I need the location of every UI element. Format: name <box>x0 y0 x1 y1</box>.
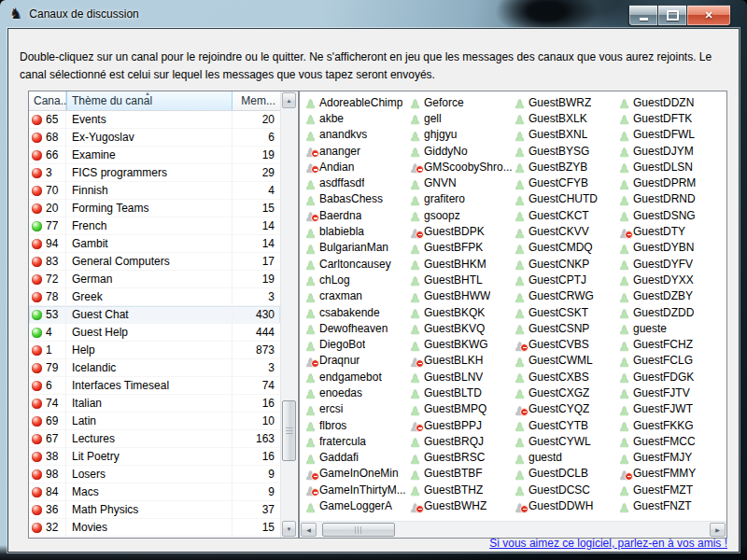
user-item[interactable]: ♟Draqnur <box>303 353 407 369</box>
channel-row[interactable]: 70Finnish4 <box>29 182 280 200</box>
user-item[interactable]: ♟GuestDJYM <box>616 143 721 159</box>
user-item[interactable]: ♟chLog <box>303 272 407 287</box>
header-theme[interactable]: ▲ Thème du canal <box>66 91 233 110</box>
channel-row[interactable]: 20Forming Teams15 <box>29 200 280 217</box>
user-item[interactable]: ♟GuestBRQJ <box>407 433 512 449</box>
user-item[interactable]: ♟endgamebot <box>303 369 407 385</box>
user-item[interactable]: ♟GuestFJWT <box>616 401 721 417</box>
user-item[interactable]: ♟Dewofheaven <box>303 320 407 336</box>
channel-row[interactable]: 74Italian16 <box>29 395 280 413</box>
user-item[interactable]: ♟GameInThirtyM... <box>303 482 407 497</box>
channel-row[interactable]: 36Math Physics37 <box>29 501 280 519</box>
channel-row[interactable]: 67Lectures163 <box>29 430 280 448</box>
scroll-up-button[interactable]: ▲ <box>282 92 296 108</box>
user-item[interactable]: ♟GuestDRND <box>616 191 721 207</box>
user-item[interactable]: ♟GuestDCSC <box>512 482 616 497</box>
user-item[interactable]: ♟GuestCYQZ <box>512 401 616 417</box>
header-members[interactable]: Mem... <box>233 91 280 110</box>
user-item[interactable]: ♟asdffasdf <box>303 175 407 190</box>
scroll-left-button[interactable]: ◀ <box>301 523 317 537</box>
user-item[interactable]: ♟GuestBWRZ <box>512 94 616 110</box>
user-item[interactable]: ♟GuestCKCT <box>512 207 616 223</box>
user-item[interactable]: ♟GuestCPTJ <box>512 272 616 287</box>
user-item[interactable]: ♟GuestDCLB <box>512 466 616 482</box>
user-item[interactable]: ♟GuestBWHZ <box>407 497 512 513</box>
header-canal[interactable]: Cana... <box>29 91 66 110</box>
user-item[interactable]: ♟Carltoncausey <box>303 256 407 272</box>
channel-row[interactable]: 32Movies15 <box>29 519 280 537</box>
scroll-right-button[interactable]: ▶ <box>710 523 726 537</box>
channels-vertical-scrollbar[interactable]: ▲ ▼ <box>280 91 297 538</box>
user-item[interactable]: ♟GuestCMDQ <box>512 240 616 256</box>
user-item[interactable]: ♟akbe <box>303 110 407 126</box>
user-item[interactable]: ♟GuestDDZN <box>616 94 721 110</box>
user-item[interactable]: ♟GuestBXNL <box>512 127 616 143</box>
channel-row[interactable]: 68Ex-Yugoslav6 <box>29 129 280 147</box>
user-item[interactable]: ♟GuestDFWL <box>616 127 721 143</box>
user-item[interactable]: ♟gsoopz <box>407 207 512 223</box>
user-item[interactable]: ♟gueste <box>616 320 721 336</box>
user-item[interactable]: ♟GuestBHKM <box>407 256 512 272</box>
minimize-button[interactable] <box>628 5 657 26</box>
user-item[interactable]: ♟GuestBKVQ <box>407 320 512 336</box>
user-item[interactable]: ♟Geforce <box>407 94 512 110</box>
user-item[interactable]: ♟GuestFDGK <box>616 369 721 385</box>
channel-row[interactable]: 1Help873 <box>29 342 280 359</box>
channel-row[interactable]: 3FICS programmers29 <box>29 164 280 182</box>
channel-row[interactable]: 53Guest Chat430 <box>29 306 280 324</box>
channel-row[interactable]: 38Lit Poetry16 <box>29 448 280 466</box>
vertical-scrollbar-thumb[interactable] <box>282 400 296 461</box>
user-item[interactable]: ♟ananger <box>303 143 407 159</box>
user-item[interactable]: ♟GuestDDWH <box>512 497 616 513</box>
user-item[interactable]: ♟AdoreableChimp <box>303 94 407 110</box>
user-item[interactable]: ♟GuestBHTL <box>407 272 512 287</box>
user-item[interactable]: ♟GameLoggerA <box>303 497 407 513</box>
user-item[interactable]: ♟GuestBLNV <box>407 369 512 385</box>
user-item[interactable]: ♟DiegoBot <box>303 336 407 352</box>
user-item[interactable]: ♟flbros <box>303 417 407 433</box>
channel-row[interactable]: 6Interfaces Timeseal74 <box>29 377 280 395</box>
user-item[interactable]: ♟GuestBHWW <box>407 288 512 304</box>
user-item[interactable]: ♟GuestFMJY <box>616 450 721 466</box>
user-item[interactable]: ♟GuestCVBS <box>512 336 616 352</box>
maximize-button[interactable] <box>657 5 686 26</box>
user-item[interactable]: ♟blabiebla <box>303 223 407 239</box>
user-item[interactable]: ♟GuestCYTB <box>512 417 616 433</box>
user-item[interactable]: ♟GuestBPPJ <box>407 417 512 433</box>
user-item[interactable]: ♟GNVN <box>407 175 512 190</box>
user-item[interactable]: ♟GuestBKWG <box>407 336 512 352</box>
user-item[interactable]: ♟gell <box>407 110 512 126</box>
user-item[interactable]: ♟GuestBLTD <box>407 385 512 400</box>
user-item[interactable]: ♟GuestDPRM <box>616 175 721 190</box>
user-item[interactable]: ♟fratercula <box>303 433 407 449</box>
user-item[interactable]: ♟GuestCKVV <box>512 223 616 239</box>
user-item[interactable]: ♟GuestBXLK <box>512 110 616 126</box>
user-item[interactable]: ♟GuestCSKT <box>512 304 616 320</box>
user-item[interactable]: ♟GuestBTBF <box>407 466 512 482</box>
user-item[interactable]: ♟enoedas <box>303 385 407 400</box>
user-item[interactable]: ♟GuestBRSC <box>407 450 512 466</box>
user-item[interactable]: ♟Andian <box>303 159 407 175</box>
user-item[interactable]: ♟GuestCNKP <box>512 256 616 272</box>
user-item[interactable]: ♟GMScoobyShro... <box>407 159 512 175</box>
channel-row[interactable]: 79Icelandic3 <box>29 359 280 377</box>
user-item[interactable]: ♟guestd <box>512 450 616 466</box>
scroll-down-button[interactable]: ▼ <box>282 521 296 537</box>
user-item[interactable]: ♟GuestBKQK <box>407 304 512 320</box>
user-item[interactable]: ♟GuestCWML <box>512 353 616 369</box>
channel-row[interactable]: 84Macs9 <box>29 483 280 501</box>
user-item[interactable]: ♟GuestDZDD <box>616 304 721 320</box>
user-item[interactable]: ♟GuestCXBS <box>512 369 616 385</box>
user-item[interactable]: ♟grafitero <box>407 191 512 207</box>
users-horizontal-scrollbar[interactable]: ◀ ▶ <box>300 521 726 538</box>
user-item[interactable]: ♟GuestBZYB <box>512 159 616 175</box>
user-item[interactable]: ♟GuestFMZT <box>616 482 721 497</box>
user-item[interactable]: ♟Gaddafi <box>303 450 407 466</box>
user-item[interactable]: ♟GuestFKKG <box>616 417 721 433</box>
user-item[interactable]: ♟GuestDLSN <box>616 159 721 175</box>
user-item[interactable]: ♟BabasChess <box>303 191 407 207</box>
channel-row[interactable]: 66Examine19 <box>29 147 280 164</box>
user-item[interactable]: ♟GuestCYWL <box>512 433 616 449</box>
user-item[interactable]: ♟craxman <box>303 288 407 304</box>
user-item[interactable]: ♟GiddyNo <box>407 143 512 159</box>
